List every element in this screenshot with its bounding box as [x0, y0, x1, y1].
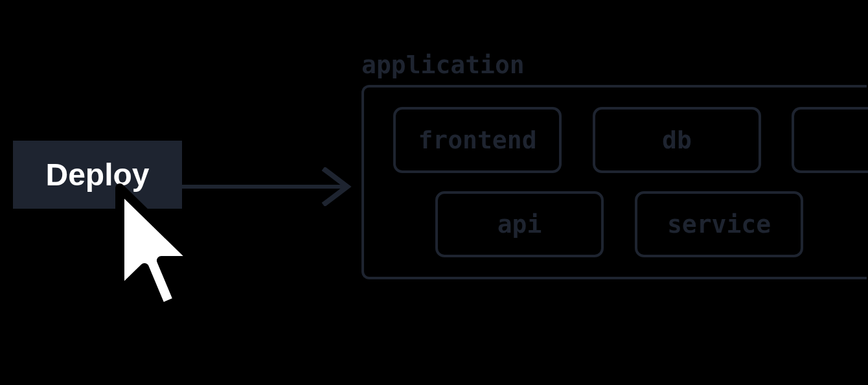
- application-container: frontend db api service: [361, 85, 867, 279]
- deploy-button-label: Deploy: [45, 157, 149, 192]
- component-db-label: db: [662, 126, 692, 154]
- component-frontend-label: frontend: [418, 126, 536, 154]
- deploy-button[interactable]: Deploy: [13, 141, 182, 209]
- component-frontend: frontend: [393, 107, 562, 173]
- component-partial: [792, 107, 868, 173]
- component-service: service: [635, 191, 803, 257]
- application-label: application: [361, 51, 525, 79]
- component-db: db: [593, 107, 761, 173]
- component-api: api: [435, 191, 604, 257]
- arrow-icon: [182, 167, 352, 206]
- component-api-label: api: [497, 210, 542, 239]
- component-service-label: service: [667, 210, 771, 239]
